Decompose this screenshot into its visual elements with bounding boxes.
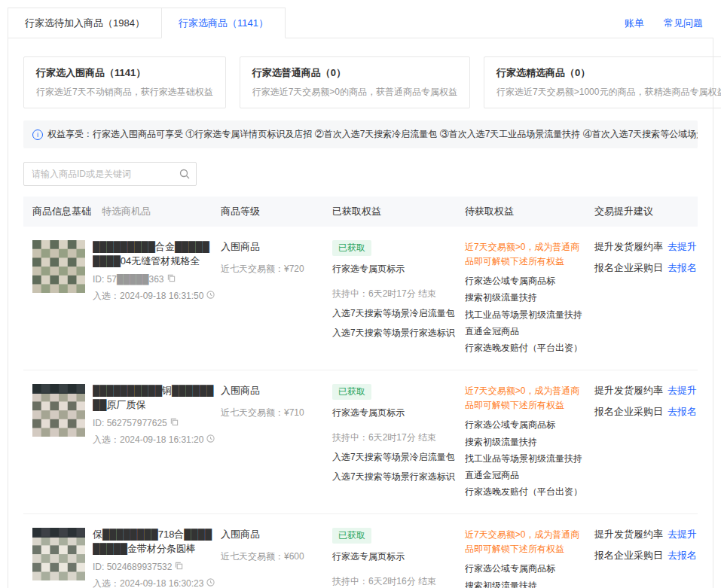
tier-cards: 行家选入围商品（1141） 行家选近7天不动销商品，获行家选基础权益 行家选普通… [23,56,698,108]
bill-link[interactable]: 账单 [625,17,644,30]
suggestion-action-link[interactable]: 去报名 [668,262,697,273]
pending-item: 搜索初级流量扶持 [465,289,588,306]
copy-icon[interactable] [175,562,183,572]
clock-icon [206,578,215,588]
search-input[interactable] [23,162,197,186]
pending-unlock-notice: 近7天交易额>0，成为普通商品即可解锁下述所有权益 [465,240,588,268]
pending-item: 直通金冠商品 [465,323,588,340]
info-icon: i [32,129,43,140]
gained-item: 入选7天搜索等场景行家选标识 [332,470,459,483]
suggestion-label: 提升发货履约率 [594,529,663,540]
faq-link[interactable]: 常见问题 [664,17,703,30]
product-level: 入围商品 [221,528,326,541]
product-title[interactable]: █████████合金█████████04无缝管材规格全 [93,240,215,269]
banner-text: 权益享受：行家选入围商品可享受 ①行家选专属详情页标识及店招 ②首次入选7天搜索… [47,128,698,141]
gained-item: 行家选专属页标示 [332,262,459,276]
pending-item: 搜索初级流量扶持 [465,577,588,588]
table-header: 商品信息基础 特选商机品 商品等级 已获取权益 待获取权益 交易提升建议 [23,197,698,227]
tab-product-info-basic[interactable]: 商品信息基础 [32,205,91,218]
tab-products-pending-join[interactable]: 行家选待加入商品（1984） [8,8,162,38]
product-image[interactable] [32,384,85,437]
card-premium-products: 行家选精选商品（0） 行家选近7天交易额>1000元的商品，获精选商品专属权益 [484,56,721,108]
suggestion-action-link[interactable]: 去报名 [668,406,697,417]
gained-item: 入选7天搜索等场景冷启流量包 [332,450,459,464]
pending-item: 行家选晚发赔付（平台出资） [465,340,588,356]
suggestion-row: 报名企业采购日去报名 [594,261,683,275]
table-row: 保████████718合█████████金带材分条圆棒 ID: 502468… [23,514,698,588]
product-level: 入围商品 [221,240,326,254]
col-header-level: 商品等级 [221,205,332,218]
search-icon[interactable] [179,169,190,182]
gained-item: 行家选专属页标示 [332,406,459,419]
product-id: ID: 57█████363 [93,274,164,285]
suggestion-row: 报名企业采购日去报名 [594,549,683,562]
suggestion-list: 提升发货履约率去提升报名企业采购日去报名 [594,384,689,500]
card-title: 行家选普通商品（0） [252,66,457,80]
selected-time: 入选：2024-09-18 16:30:23 [93,577,203,588]
col-header-gained-benefits: 已获取权益 [332,205,465,218]
card-desc: 行家选近7天不动销商品，获行家选基础权益 [36,86,213,99]
gained-item-list: 入选7天搜索等场景冷启流量包入选7天搜索等场景行家选标识 [332,306,459,340]
benefits-banner: i 权益享受：行家选入围商品可享受 ①行家选专属详情页标识及店招 ②首次入选7天… [23,120,698,148]
col-header-pending-benefits: 待获取权益 [465,205,594,218]
suggestion-action-link[interactable]: 去提升 [668,529,697,540]
card-title: 行家选精选商品（0） [496,66,721,80]
clock-icon [206,291,215,301]
main-panel: 行家选入围商品（1141） 行家选近7天不动销商品，获行家选基础权益 行家选普通… [8,38,713,588]
product-title[interactable]: 保████████718合█████████金带材分条圆棒 [93,528,215,556]
product-id: ID: 562757977625 [93,418,167,428]
product-level: 入围商品 [221,384,326,398]
suggestion-label: 提升发货履约率 [594,385,663,396]
suggestion-action-link[interactable]: 去提升 [668,385,697,396]
tab-bar: 行家选待加入商品（1984） 行家选商品（1141） 账单 常见问题 [8,8,713,38]
tab-selected-products[interactable]: 行家选商品（1141） [161,8,286,38]
selected-time: 入选：2024-09-18 16:31:50 [93,290,203,303]
tab-featured-opportunity[interactable]: 特选商机品 [102,205,151,218]
seven-day-gmv: 近七天交易额：¥720 [221,263,326,276]
product-image[interactable] [32,528,85,580]
gained-item-list: 入选7天搜索等场景冷启流量包入选7天搜索等场景行家选标识 [332,450,459,483]
product-id: ID: 5024689937532 [93,562,172,572]
search-row [23,162,698,186]
support-countdown: 扶持中：6天2时17分 结束 [332,288,459,300]
gained-item: 入选7天搜索等场景行家选标识 [332,326,459,340]
pending-item-list: 行家选公域专属商品标搜索初级流量扶持找工业品等场景初级流量扶持直通金冠商品行家选… [465,560,588,588]
suggestion-action-link[interactable]: 去报名 [668,550,697,561]
pending-item: 直通金冠商品 [465,467,588,483]
suggestion-label: 提升发货履约率 [594,241,663,252]
card-shortlisted-products: 行家选入围商品（1141） 行家选近7天不动销商品，获行家选基础权益 [23,56,226,108]
pending-item: 行家选公域专属商品标 [465,273,588,289]
suggestion-row: 提升发货履约率去提升 [594,384,683,398]
suggestion-action-link[interactable]: 去提升 [668,241,697,252]
suggestion-label: 报名企业采购日 [594,550,663,561]
page: 行家选待加入商品（1984） 行家选商品（1141） 账单 常见问题 行家选入围… [0,0,721,588]
suggestion-row: 提升发货履约率去提升 [594,528,683,541]
pending-item: 找工业品等场景初级流量扶持 [465,450,588,467]
table-body: █████████合金█████████04无缝管材规格全 ID: 57████… [23,227,698,588]
product-image[interactable] [32,240,85,293]
suggestion-label: 报名企业采购日 [594,406,663,417]
pending-item: 行家选公域专属商品标 [465,560,588,577]
pending-item-list: 行家选公域专属商品标搜索初级流量扶持找工业品等场景初级流量扶持直通金冠商品行家选… [465,273,588,356]
suggestion-label: 报名企业采购日 [594,262,663,273]
col-header-trade-suggestions: 交易提升建议 [594,205,689,218]
pending-unlock-notice: 近7天交易额>0，成为普通商品即可解锁下述所有权益 [465,384,588,412]
search-input-wrapper [23,162,197,186]
card-title: 行家选入围商品（1141） [36,66,213,80]
pending-item: 找工业品等场景初级流量扶持 [465,306,588,323]
product-title[interactable]: ██████████铜████████原厂质保 [93,384,215,413]
gained-item: 入选7天搜索等场景冷启流量包 [332,306,459,320]
pending-item: 搜索初级流量扶持 [465,434,588,450]
support-countdown: 扶持中：6天2时16分 结束 [332,575,459,588]
gained-item: 行家选专属页标示 [332,550,459,563]
table-row: ██████████铜████████原厂质保 ID: 562757977625… [23,370,698,514]
support-countdown: 扶持中：6天2时17分 结束 [332,431,459,444]
suggestion-row: 报名企业采购日去报名 [594,405,683,419]
suggestion-row: 提升发货履约率去提升 [594,240,683,254]
table-row: █████████合金█████████04无缝管材规格全 ID: 57████… [23,227,698,370]
clock-icon [206,434,215,445]
gained-badge: 已获取 [332,384,371,400]
copy-icon[interactable] [167,274,176,285]
copy-icon[interactable] [170,418,179,428]
card-normal-products: 行家选普通商品（0） 行家选近7天交易额>0的商品，获普通商品专属权益 [240,56,470,108]
